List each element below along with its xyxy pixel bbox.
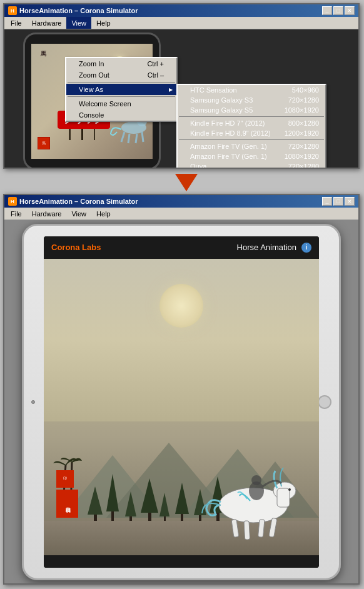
menu-file[interactable]: File	[6, 17, 27, 29]
svg-line-5	[142, 132, 143, 142]
scene-moon	[159, 284, 203, 328]
separator-1	[68, 82, 175, 83]
maximize-button[interactable]: □	[333, 6, 343, 15]
svg-point-15	[288, 488, 291, 491]
jp-brush-text: 馬	[41, 50, 46, 58]
device-htc-sensation[interactable]: HTC Sensation 540×960	[178, 85, 325, 95]
menu-help-bottom[interactable]: Help	[91, 208, 116, 219]
menu-help[interactable]: Help	[91, 17, 116, 29]
device-kindle-89[interactable]: Kindle Fire HD 8.9" (2012) 1200×1920	[178, 128, 325, 138]
info-icon[interactable]: i	[301, 243, 311, 253]
titlebar-top: H HorseAnimation – Corona Simulator _ □ …	[4, 4, 358, 17]
svg-rect-12	[244, 520, 250, 539]
down-arrow	[175, 174, 198, 191]
scene-seal: 橘右騎乃	[56, 490, 78, 518]
menu-hardware[interactable]: Hardware	[27, 17, 67, 29]
device-firetv-2[interactable]: Amazon Fire TV (Gen. 1) 1080×1920	[178, 151, 325, 161]
view-as-item[interactable]: View As HTC Sensation 540×960 Samsung Ga…	[66, 84, 176, 95]
device-firetv-1[interactable]: Amazon Fire TV (Gen. 1) 720×1280	[178, 141, 325, 151]
window-title-bottom: HorseAnimation – Corona Simulator	[19, 198, 320, 205]
zoom-out-item[interactable]: Zoom Out Ctrl –	[66, 69, 176, 81]
svg-point-17	[251, 475, 261, 485]
tree-2	[106, 474, 119, 524]
sep-fire	[179, 139, 324, 140]
app-header: Corona Labs Horse Animation i	[44, 236, 319, 259]
device-kindle-7[interactable]: Kindle Fire HD 7" (2012) 800×1280	[178, 118, 325, 128]
app-content-bottom: Corona Labs Horse Animation i 大胆山歓楽	[4, 220, 358, 583]
menu-file-bottom[interactable]: File	[6, 208, 27, 219]
tree-5	[159, 493, 169, 524]
arrow-down-shape	[175, 174, 198, 191]
jp-seal-top: 馬	[38, 137, 50, 149]
ipad-screen: Corona Labs Horse Animation i 大胆山歓楽	[44, 236, 319, 568]
menu-view-bottom[interactable]: View	[66, 208, 91, 219]
close-button[interactable]: ×	[345, 6, 355, 15]
ipad-camera	[31, 400, 35, 404]
menubar-top: File Hardware View Help	[4, 17, 358, 29]
svg-rect-11	[231, 519, 239, 537]
menu-view[interactable]: View	[66, 17, 91, 29]
device-galaxy-s3[interactable]: Samsung Galaxy S3 720×1280	[178, 95, 325, 105]
menubar-bottom: File Hardware View Help	[4, 208, 358, 220]
tree-1	[88, 486, 103, 524]
app-header-right: Horse Animation i	[237, 243, 311, 253]
app-icon-bottom: H	[8, 197, 17, 206]
sep-kindle	[179, 116, 324, 117]
app-icon: H	[8, 6, 17, 15]
svg-line-4	[136, 134, 137, 143]
app-content-top: 馬 馬	[4, 29, 358, 168]
tree-3	[125, 491, 136, 524]
device-galaxy-s5[interactable]: Samsung Galaxy S5 1080×1920	[178, 105, 325, 115]
maximize-button-bottom[interactable]: □	[333, 197, 343, 206]
scene-area: 橘右騎乃 印	[44, 259, 319, 555]
bottom-window: H HorseAnimation – Corona Simulator _ □ …	[3, 194, 360, 585]
console-item[interactable]: Console	[66, 109, 176, 121]
status-bar	[44, 555, 319, 568]
titlebar-buttons: _ □ ×	[322, 6, 355, 15]
app-header-title: Horse Animation	[237, 243, 296, 252]
scene-seal2: 印	[56, 470, 74, 488]
svg-line-3	[128, 134, 129, 143]
device-ouya-1[interactable]: Ouya 720×1280	[178, 161, 325, 168]
view-as-submenu: HTC Sensation 540×960 Samsung Galaxy S3 …	[176, 84, 326, 168]
horse-illustration	[185, 446, 316, 540]
top-window: H HorseAnimation – Corona Simulator _ □ …	[3, 3, 360, 169]
menu-hardware-bottom[interactable]: Hardware	[27, 208, 67, 219]
minimize-button[interactable]: _	[322, 6, 332, 15]
minimize-button-bottom[interactable]: _	[322, 197, 332, 206]
welcome-screen-item[interactable]: Welcome Screen	[66, 98, 176, 109]
svg-rect-10	[277, 488, 290, 507]
tree-4	[141, 478, 158, 524]
separator-2	[68, 96, 175, 97]
ipad-frame: Corona Labs Horse Animation i 大胆山歓楽	[22, 224, 341, 580]
titlebar-bottom: H HorseAnimation – Corona Simulator _ □ …	[4, 195, 358, 208]
view-dropdown: Zoom In Ctrl + Zoom Out Ctrl – View As H…	[65, 57, 178, 122]
app-header-corona-labs: Corona Labs	[51, 243, 101, 252]
close-button-bottom[interactable]: ×	[345, 197, 355, 206]
window-title-top: HorseAnimation – Corona Simulator	[19, 7, 320, 14]
titlebar-buttons-bottom: _ □ ×	[322, 197, 355, 206]
zoom-in-item[interactable]: Zoom In Ctrl +	[66, 58, 176, 69]
svg-line-2	[121, 132, 124, 142]
ipad-home-button[interactable]	[318, 395, 331, 409]
